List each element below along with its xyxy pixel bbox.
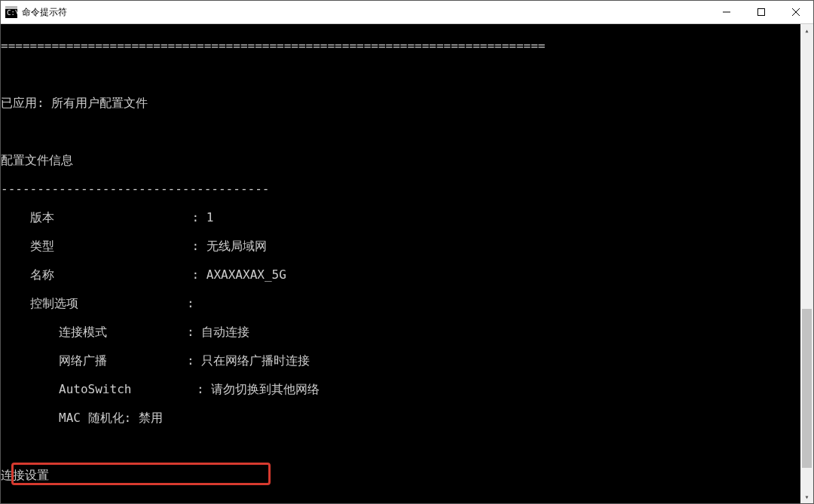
minimize-button[interactable]: [709, 1, 744, 23]
profile-broadcast: 网络广播 : 只在网络广播时连接: [1, 353, 800, 368]
profile-name: 名称 : AXAXAXAX_5G: [1, 267, 800, 282]
cmd-icon: C:\: [5, 6, 17, 18]
value: 请勿切换到其他网络: [211, 382, 320, 396]
titlebar[interactable]: C:\ 命令提示符: [1, 1, 813, 24]
label: 类型: [30, 239, 54, 253]
close-button[interactable]: [779, 1, 813, 23]
window-title: 命令提示符: [22, 6, 67, 19]
scroll-down-arrow[interactable]: ▾: [800, 490, 813, 503]
svg-text:C:\: C:\: [7, 9, 17, 17]
blank: [1, 67, 800, 81]
terminal-output[interactable]: ========================================…: [1, 24, 800, 503]
svg-rect-4: [758, 9, 765, 16]
client-area: ========================================…: [1, 24, 813, 503]
value: 无线局域网: [207, 239, 267, 253]
applied-label: 已应用:: [1, 96, 51, 110]
scroll-thumb[interactable]: [802, 309, 812, 468]
profile-type: 类型 : 无线局域网: [1, 239, 800, 253]
rule-line: ========================================…: [1, 38, 800, 53]
value: 只在网络广播时连接: [201, 353, 310, 368]
vertical-scrollbar[interactable]: ▴ ▾: [800, 24, 813, 503]
conn-header: 连接设置: [1, 468, 800, 482]
dashes: -------------------------------------: [1, 496, 800, 503]
profile-mac-random: MAC 随机化: 禁用: [1, 411, 800, 425]
command-prompt-window: C:\ 命令提示符 ==============================…: [0, 0, 814, 504]
label: 连接模式: [59, 325, 107, 339]
value: 1: [207, 210, 214, 225]
label: 版本: [30, 210, 54, 225]
profile-conn-mode: 连接模式 : 自动连接: [1, 325, 800, 339]
dashes: -------------------------------------: [1, 182, 800, 196]
applied-value: 所有用户配置文件: [51, 96, 148, 110]
label: 控制选项: [30, 296, 78, 310]
label: MAC 随机化: 禁用: [59, 411, 163, 425]
label: 名称: [30, 267, 54, 282]
profile-header: 配置文件信息: [1, 153, 800, 167]
scroll-up-arrow[interactable]: ▴: [800, 24, 813, 37]
label: AutoSwitch: [59, 382, 131, 396]
value: AXAXAXAX_5G: [207, 267, 286, 282]
scroll-track[interactable]: [800, 37, 813, 490]
profile-autoswitch: AutoSwitch : 请勿切换到其他网络: [1, 382, 800, 396]
maximize-button[interactable]: [744, 1, 779, 23]
profile-options: 控制选项 :: [1, 296, 800, 310]
blank: [1, 439, 800, 454]
value: 自动连接: [201, 325, 249, 339]
label: 网络广播: [59, 353, 107, 368]
applied-line: 已应用: 所有用户配置文件: [1, 96, 800, 110]
profile-version: 版本 : 1: [1, 210, 800, 225]
blank: [1, 124, 800, 139]
